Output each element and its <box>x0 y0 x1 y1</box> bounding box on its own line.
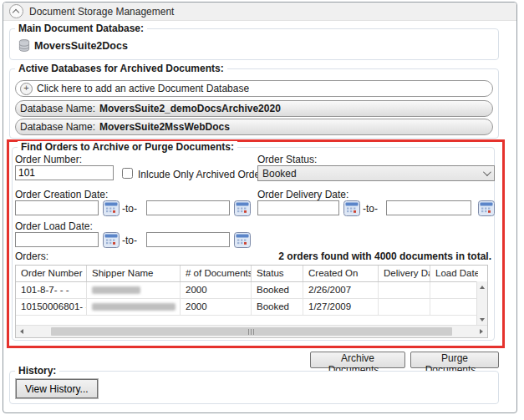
cell-delivery-date <box>379 299 430 315</box>
to-separator: -to- <box>363 203 378 215</box>
orders-table-header: Order Number Shipper Name # of Documents… <box>16 266 487 282</box>
cell-status: Booked <box>252 282 303 298</box>
find-orders-label: Find Orders to Archive or Purge Document… <box>18 141 237 153</box>
active-dbs-label: Active Databases for Archived Documents: <box>15 63 227 74</box>
main-db-label: Main Document Database: <box>15 23 147 34</box>
cell-documents: 2000 <box>181 299 252 315</box>
active-databases-group: Active Databases for Archived Documents:… <box>9 68 499 139</box>
db-item-name: MoversSuite2MssWebDocs <box>99 121 230 133</box>
column-header-created-on[interactable]: Created On <box>303 266 379 281</box>
db-item-prefix: Database Name: <box>20 103 95 114</box>
delivery-date-from-calendar-button[interactable] <box>343 200 360 216</box>
column-header-delivery-date[interactable]: Delivery Date <box>379 266 430 281</box>
cell-order-number: 10150006801- - - <box>16 299 87 315</box>
calendar-icon <box>103 232 120 248</box>
db-item-prefix: Database Name: <box>20 121 95 133</box>
load-date-from-input[interactable] <box>15 232 99 247</box>
find-orders-highlight-box: Find Orders to Archive or Purge Document… <box>7 139 505 348</box>
column-header-documents[interactable]: # of Documents <box>181 266 252 281</box>
database-icon <box>18 39 30 52</box>
cell-load-date <box>430 282 478 298</box>
order-status-value: Booked <box>262 168 297 180</box>
database-list-item[interactable]: Database Name: MoversSuite2_demoDocsArch… <box>15 100 493 117</box>
cell-created-on: 1/27/2009 <box>303 299 379 315</box>
load-date-to-calendar-button[interactable] <box>233 232 251 248</box>
main-document-database-group: Main Document Database: MoversSuite2Docs <box>9 28 499 60</box>
cell-status: Booked <box>252 299 303 315</box>
include-archived-checkbox[interactable] <box>122 168 133 179</box>
cell-load-date <box>430 299 478 315</box>
table-row[interactable]: 10150006801- - - 2000 Booked 1/27/2009 <box>16 299 487 316</box>
creation-date-label: Order Creation Date: <box>15 189 108 200</box>
load-date-label: Order Load Date: <box>15 220 93 232</box>
delivery-date-label: Order Delivery Date: <box>257 189 348 200</box>
scroll-down-icon[interactable] <box>477 314 487 325</box>
history-group: History: View History... <box>9 371 499 404</box>
vertical-scrollbar[interactable] <box>476 281 487 325</box>
cell-documents: 2000 <box>181 282 252 298</box>
redacted-text <box>92 303 176 311</box>
column-header-shipper-name[interactable]: Shipper Name <box>87 266 181 281</box>
cell-order-number: 101-8-7- - - <box>16 282 87 298</box>
orders-label: Orders: <box>15 250 48 262</box>
orders-table: Order Number Shipper Name # of Documents… <box>15 265 488 338</box>
creation-date-from-calendar-button[interactable] <box>102 200 120 216</box>
delivery-date-from-input[interactable] <box>257 200 339 215</box>
purge-documents-button[interactable]: Purge Documents... <box>410 352 499 368</box>
chevron-down-icon <box>483 168 491 176</box>
archive-documents-button[interactable]: Archive Documents... <box>310 352 405 368</box>
column-header-load-date[interactable]: Load Date <box>430 266 478 281</box>
cell-shipper-name <box>87 282 181 298</box>
calendar-icon <box>478 200 495 216</box>
main-db-name: MoversSuite2Docs <box>34 40 128 52</box>
document-storage-management-panel: Document Storage Management Main Documen… <box>3 2 517 413</box>
history-label: History: <box>15 365 59 377</box>
calendar-icon <box>343 200 360 216</box>
horizontal-scrollbar[interactable] <box>16 325 487 337</box>
add-database-button[interactable]: + Click here to add an active Document D… <box>15 80 493 97</box>
panel-header: Document Storage Management <box>3 3 516 21</box>
db-item-name: MoversSuite2_demoDocsArchive2020 <box>99 103 281 114</box>
column-header-order-number[interactable]: Order Number <box>16 266 87 281</box>
redacted-text <box>92 286 140 294</box>
creation-date-to-input[interactable] <box>146 200 230 215</box>
plus-icon: + <box>20 83 33 95</box>
database-list-item[interactable]: Database Name: MoversSuite2MssWebDocs <box>15 119 493 135</box>
table-row[interactable]: 101-8-7- - - 2000 Booked 2/26/2007 <box>16 282 487 299</box>
calendar-icon <box>234 200 251 216</box>
orders-summary: 2 orders found with 4000 documents in to… <box>278 250 491 262</box>
scroll-up-icon[interactable] <box>477 281 487 292</box>
cell-delivery-date <box>379 282 430 298</box>
order-status-dropdown[interactable]: Booked <box>257 165 495 181</box>
delivery-date-to-input[interactable] <box>386 200 471 215</box>
load-date-from-calendar-button[interactable] <box>102 232 120 248</box>
scroll-right-icon[interactable] <box>476 326 487 337</box>
include-archived-label: Inlcude Only Archived Orders <box>138 169 268 180</box>
to-separator: -to- <box>122 203 137 215</box>
calendar-icon <box>234 232 251 248</box>
cell-created-on: 2/26/2007 <box>303 282 379 298</box>
cell-shipper-name <box>87 299 181 315</box>
main-db-row: MoversSuite2Docs <box>18 39 128 52</box>
view-history-button[interactable]: View History... <box>16 379 98 398</box>
load-date-to-input[interactable] <box>146 232 230 247</box>
order-status-label: Order Status: <box>257 154 317 165</box>
horizontal-scrollbar-thumb[interactable] <box>51 327 452 336</box>
panel-title: Document Storage Management <box>29 6 174 18</box>
delivery-date-to-calendar-button[interactable] <box>477 200 495 216</box>
find-orders-group: Find Orders to Archive or Purge Document… <box>12 147 495 341</box>
order-number-label: Order Number: <box>15 154 82 165</box>
creation-date-to-calendar-button[interactable] <box>233 200 251 216</box>
add-database-label: Click here to add an active Document Dat… <box>37 83 249 94</box>
scroll-left-icon[interactable] <box>16 326 28 337</box>
creation-date-from-input[interactable] <box>15 200 99 215</box>
to-separator: -to- <box>122 235 137 246</box>
collapse-chevron-icon[interactable] <box>9 4 23 18</box>
order-number-input[interactable] <box>15 165 114 180</box>
scrollbar-grip-icon <box>248 329 255 335</box>
calendar-icon <box>103 200 120 216</box>
column-header-status[interactable]: Status <box>252 266 303 281</box>
